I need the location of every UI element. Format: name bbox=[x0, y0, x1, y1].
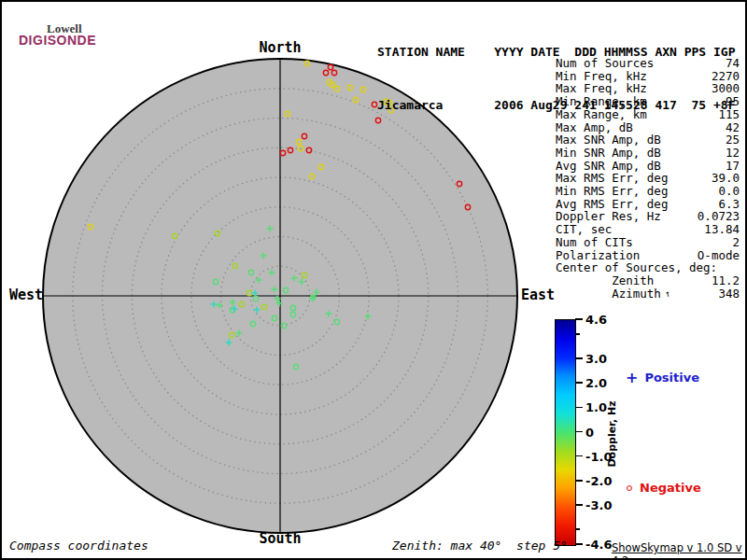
colorbar-major-tick bbox=[575, 455, 583, 457]
stat-label: Center of Sources, deg: bbox=[556, 261, 717, 274]
stat-row: Center of Sources, deg: bbox=[556, 261, 740, 274]
lowell-digisonde-logo: Lowell DIGISONDE bbox=[11, 9, 114, 50]
stat-row: Zenith11.2 bbox=[556, 274, 740, 287]
colorbar-tick-label: 3.0 bbox=[585, 351, 607, 365]
stat-label: Min Freq, kHz bbox=[556, 70, 647, 83]
stat-value: 348 bbox=[718, 287, 740, 301]
stat-label: Max RMS Err, deg bbox=[556, 172, 668, 185]
legend-positive-label: Positive bbox=[644, 371, 699, 385]
stat-label: Doppler Res, Hz bbox=[556, 210, 661, 223]
plus-marker-icon: + bbox=[626, 372, 638, 384]
stats-panel: Num of Sources74Min Freq, kHz2270Max Fre… bbox=[556, 57, 740, 300]
colorbar-minor-tick bbox=[575, 333, 580, 335]
stat-label: Min RMS Err, deg bbox=[556, 185, 668, 198]
skymap-window: Lowell DIGISONDE STATION NAME YYYY DATE … bbox=[0, 0, 747, 560]
colorbar-tick-label: 0 bbox=[585, 425, 594, 439]
stat-value: 25 bbox=[726, 133, 740, 147]
stat-label: Avg RMS Err, deg bbox=[556, 198, 668, 211]
stat-value: 12 bbox=[726, 147, 740, 160]
stat-value: 39.0 bbox=[712, 172, 740, 185]
west-label: West bbox=[7, 287, 43, 303]
stat-label: Num of CITs bbox=[556, 236, 633, 249]
stat-row: Max SNR Amp, dB25 bbox=[556, 133, 740, 147]
stat-row: PolarizationO-mode bbox=[556, 249, 740, 262]
stat-row: Num of CITs2 bbox=[556, 236, 740, 249]
stat-label: Max Freq, kHz bbox=[556, 82, 647, 95]
east-label: East bbox=[521, 287, 555, 303]
stat-row: Num of Sources74 bbox=[556, 57, 740, 70]
stat-row: Max Range, km115 bbox=[556, 108, 740, 121]
stat-label: Num of Sources bbox=[556, 57, 654, 70]
azimuth-direction-icon: ↑ bbox=[664, 287, 672, 301]
stat-value: 42 bbox=[726, 121, 740, 134]
stat-row: Min SNR Amp, dB12 bbox=[556, 147, 740, 160]
stat-row: Min Range, km95 bbox=[556, 95, 740, 108]
stat-label: Avg SNR Amp, dB bbox=[556, 160, 661, 173]
stat-label: Max Amp, dB bbox=[556, 121, 633, 134]
colorbar-major-tick bbox=[575, 357, 583, 359]
stat-row: Max Amp, dB42 bbox=[556, 121, 740, 134]
stat-value: 74 bbox=[726, 57, 740, 70]
colorbar-tick-label: 1.0 bbox=[585, 400, 607, 414]
stat-row: Max Freq, kHz3000 bbox=[556, 82, 740, 95]
colorbar-tick-label: -3.0 bbox=[585, 498, 612, 512]
stat-row: Min Freq, kHz2270 bbox=[556, 70, 740, 83]
stat-label: Min SNR Amp, dB bbox=[556, 147, 661, 160]
stat-row: CIT, sec13.84 bbox=[556, 223, 740, 236]
colorbar-major-tick bbox=[575, 382, 583, 384]
stat-row: Max RMS Err, deg39.0 bbox=[556, 172, 740, 185]
colorbar-title: Doppler, Hz bbox=[606, 400, 618, 467]
colorbar-major-tick bbox=[575, 318, 583, 320]
stat-value: 0.0723 bbox=[698, 210, 740, 223]
colorbar-major-tick bbox=[575, 504, 583, 506]
colorbar-tick-label: 4.6 bbox=[585, 313, 607, 327]
zenith-scale-label: Zenith: max 40° step 5° bbox=[392, 539, 568, 553]
north-label: North bbox=[259, 39, 301, 56]
south-label: South bbox=[259, 530, 301, 547]
stat-label: CIT, sec bbox=[556, 223, 612, 236]
stat-value: 95 bbox=[726, 95, 740, 108]
stat-value: 115 bbox=[718, 108, 740, 121]
stat-value: 0.0 bbox=[718, 185, 740, 198]
stat-value: 3000 bbox=[712, 82, 740, 95]
colorbar-major-tick bbox=[575, 480, 583, 482]
legend-positive: + Positive bbox=[626, 371, 699, 385]
colorbar-major-tick bbox=[575, 431, 583, 433]
stat-value: 11.2 bbox=[712, 274, 740, 287]
stat-row: Avg SNR Amp, dB17 bbox=[556, 160, 740, 173]
stat-label: Max SNR Amp, dB bbox=[556, 133, 661, 147]
stat-label: Polarization bbox=[556, 249, 640, 262]
stat-label: Max Range, km bbox=[556, 108, 647, 121]
stat-label: Azimuth bbox=[556, 287, 661, 301]
stat-label: Zenith bbox=[556, 274, 654, 287]
stat-value: 17 bbox=[726, 160, 740, 173]
coordinates-mode-label: Compass coordinates bbox=[9, 539, 148, 553]
stat-label: Min Range, km bbox=[556, 95, 647, 108]
stat-value: O-mode bbox=[698, 249, 740, 262]
stat-row: Azimuth↑348 bbox=[556, 287, 740, 301]
colorbar-minor-tick bbox=[575, 528, 580, 530]
stat-value: 2270 bbox=[712, 70, 740, 83]
doppler-colorbar bbox=[555, 319, 576, 546]
logo-digisonde-text: DIGISONDE bbox=[19, 33, 96, 48]
version-label: ShowSkymap v 1.0 SD v 4.2 bbox=[612, 541, 745, 560]
colorbar-major-tick bbox=[575, 543, 583, 545]
stat-value: 2 bbox=[732, 236, 740, 249]
colorbar-tick-label: -4.6 bbox=[585, 538, 612, 552]
legend-negative-label: Negative bbox=[640, 481, 701, 495]
colorbar-tick-label: 2.0 bbox=[585, 376, 607, 390]
stat-value: 13.84 bbox=[704, 223, 740, 236]
stat-row: Doppler Res, Hz0.0723 bbox=[556, 210, 740, 223]
stat-row: Min RMS Err, deg0.0 bbox=[556, 185, 740, 198]
stat-row: Avg RMS Err, deg6.3 bbox=[556, 198, 740, 211]
circle-marker-icon bbox=[627, 485, 632, 491]
legend-negative: Negative bbox=[626, 481, 701, 495]
colorbar-major-tick bbox=[575, 407, 583, 409]
stat-value: 6.3 bbox=[718, 198, 740, 211]
colorbar-tick-label: -2.0 bbox=[585, 473, 612, 487]
